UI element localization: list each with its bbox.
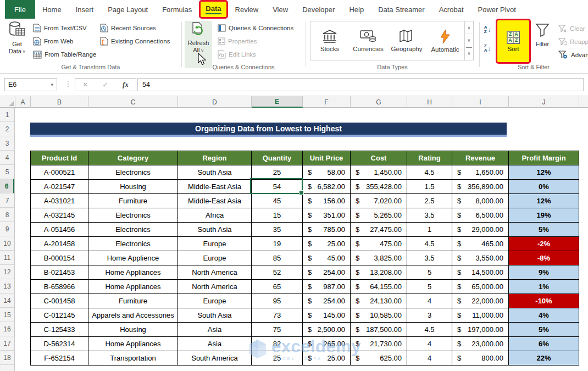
table-header-category[interactable]: Category [88,151,178,165]
unit-price-cell[interactable]: $145.00 [303,308,351,323]
product-id-cell[interactable]: C-001458 [31,294,88,308]
tab-power-pivot[interactable]: Power Pivot [471,0,523,19]
row-header-2[interactable]: 2 [0,122,14,136]
category-cell[interactable]: Electronics [88,237,178,251]
sort-button[interactable]: ZA AZ Sort [496,19,531,64]
cost-cell[interactable]: $187,500.00 [351,323,407,337]
stocks-button[interactable]: Stocks [310,21,349,60]
rating-cell[interactable]: 4.5 [407,323,452,337]
tab-help[interactable]: Help [342,0,371,19]
rating-cell[interactable]: 3.5 [407,208,452,223]
properties-button[interactable]: Properties [218,36,257,47]
rating-cell[interactable]: 5 [407,265,452,280]
from-web-button[interactable]: From Web [33,36,73,47]
edit-links-button[interactable]: Edit Links [218,49,256,60]
region-cell[interactable]: Africa [178,208,252,223]
cost-cell[interactable]: $10,585.00 [351,308,407,323]
name-box-dropdown-icon[interactable]: ▾ [51,82,53,87]
region-cell[interactable]: South Asia [178,308,252,323]
region-cell[interactable]: Europe [178,251,252,265]
column-header-E[interactable]: E [252,96,303,108]
row-header-17[interactable]: 17 [0,336,14,351]
revenue-cell[interactable]: $23,000.00 [452,337,509,351]
column-header-H[interactable]: H [407,96,452,108]
cost-cell[interactable]: $13,208.00 [351,265,407,280]
row-header-6[interactable]: 6 [0,179,14,193]
product-id-cell[interactable]: A-031021 [31,194,88,208]
profit-margin-cell[interactable]: -2% [509,237,579,251]
revenue-cell[interactable]: $29,000.00 [452,223,509,237]
column-header-D[interactable]: D [178,96,252,108]
revenue-cell[interactable]: $356,890.00 [452,180,509,194]
table-header-region[interactable]: Region [178,151,252,165]
product-id-cell[interactable]: B-000154 [31,251,88,265]
unit-price-cell[interactable]: $6,582.00 [303,180,351,194]
quantity-cell[interactable]: 75 [252,323,303,337]
category-cell[interactable]: Housing [88,323,178,337]
category-cell[interactable]: Home Appliances [88,280,178,294]
rating-cell[interactable]: 3.5 [407,251,452,265]
cost-cell[interactable]: $7,020.00 [351,194,407,208]
rating-cell[interactable]: 3 [407,308,452,323]
quantity-cell[interactable]: 52 [252,265,303,280]
automatic-button[interactable]: Automatic [426,21,464,60]
geography-button[interactable]: Geography [387,21,426,60]
queries-connections-button[interactable]: Queries & Connections [218,23,293,34]
from-text-csv-button[interactable]: From Text/CSV [33,23,87,34]
row-header-5[interactable]: 5 [0,165,14,179]
cost-cell[interactable]: $3,825.00 [351,251,407,265]
product-id-cell[interactable]: A-000521 [31,165,88,180]
row-header-4[interactable]: 4 [0,151,14,165]
tab-developer[interactable]: Developer [295,0,342,19]
table-header-quantity[interactable]: Quantity [252,151,303,165]
row-header-11[interactable]: 11 [0,251,14,265]
revenue-cell[interactable]: $1,650.00 [452,165,509,180]
cost-cell[interactable]: $355,428.00 [351,180,407,194]
region-cell[interactable]: Asia [178,323,252,337]
tab-data-streamer[interactable]: Data Streamer [371,0,432,19]
region-cell[interactable]: North America [178,280,252,294]
column-header-G[interactable]: G [351,96,407,108]
quantity-cell[interactable]: 85 [252,251,303,265]
filter-button[interactable]: Filter [530,23,555,48]
unit-price-cell[interactable]: $254.00 [303,294,351,308]
profit-margin-cell[interactable]: 1% [509,280,579,294]
category-cell[interactable]: Apparels and Accessories [88,308,178,323]
region-cell[interactable]: South Asia [178,165,252,180]
row-header-10[interactable]: 10 [0,236,14,251]
unit-price-cell[interactable]: $254.00 [303,265,351,280]
clear-filter-button[interactable]: Clear [558,23,585,34]
product-id-cell[interactable]: F-652154 [31,351,88,366]
cost-cell[interactable]: $5,265.00 [351,208,407,223]
category-cell[interactable]: Home Applience [88,251,178,265]
region-cell[interactable]: Europe [178,237,252,251]
tab-page-layout[interactable]: Page Layout [101,0,155,19]
cost-cell[interactable]: $64,155.00 [351,280,407,294]
select-all-corner[interactable] [0,96,15,107]
unit-price-cell[interactable]: $785.00 [303,223,351,237]
rating-cell[interactable]: 4.5 [407,237,452,251]
table-header-unit-price[interactable]: Unit Price [303,151,351,165]
cost-cell[interactable]: $21,730.00 [351,337,407,351]
gallery-more-icon[interactable]: ∨ [466,47,472,60]
unit-price-cell[interactable]: $351.00 [303,208,351,223]
cost-cell[interactable]: $27,475.00 [351,223,407,237]
region-cell[interactable]: Middle-East Asia [178,180,252,194]
row-header-7[interactable]: 7 [0,193,14,208]
row-header-14[interactable]: 14 [0,294,14,308]
quantity-cell[interactable]: 35 [252,223,303,237]
row-header-15[interactable]: 15 [0,308,14,322]
table-header-cost[interactable]: Cost [351,151,407,165]
revenue-cell[interactable]: $8,000.00 [452,194,509,208]
profit-margin-cell[interactable]: 12% [509,165,579,180]
row-header-13[interactable]: 13 [0,279,14,294]
category-cell[interactable]: Furniture [88,194,178,208]
table-header-rating[interactable]: Rating [407,151,452,165]
refresh-all-button[interactable]: Refresh All˅ [185,21,212,68]
tab-home[interactable]: Home [35,0,69,19]
profit-margin-cell[interactable]: -10% [509,294,579,308]
quantity-cell[interactable]: 19 [252,237,303,251]
product-id-cell[interactable]: D-562314 [31,337,88,351]
quantity-cell[interactable]: 54 [252,180,303,194]
quantity-cell[interactable]: 15 [252,208,303,223]
